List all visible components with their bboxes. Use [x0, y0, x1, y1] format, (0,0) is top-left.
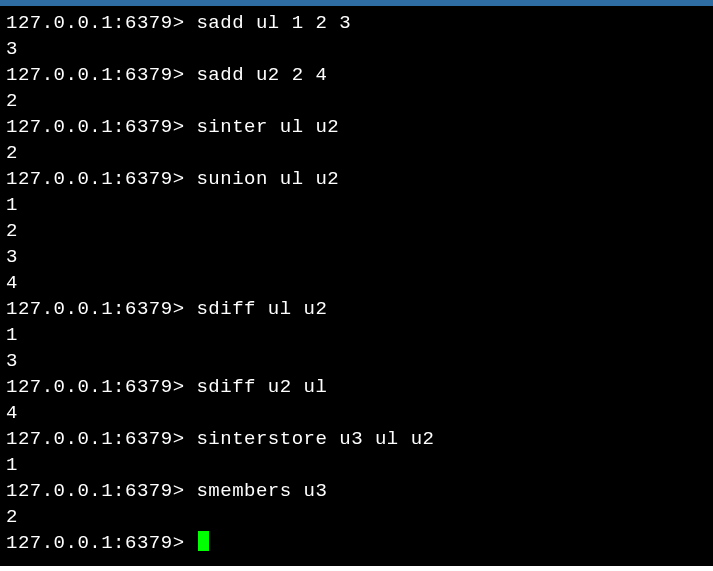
prompt: 127.0.0.1:6379> [6, 12, 185, 34]
output-text: 4 [6, 272, 18, 294]
output-line: 4 [6, 270, 707, 296]
output-line: 2 [6, 140, 707, 166]
output-text: 2 [6, 506, 18, 528]
active-prompt-line[interactable]: 127.0.0.1:6379> [6, 530, 707, 556]
command-text: sinterstore u3 ul u2 [196, 428, 434, 450]
command-text: sadd u2 2 4 [196, 64, 327, 86]
prompt: 127.0.0.1:6379> [6, 168, 185, 190]
output-line: 2 [6, 88, 707, 114]
output-text: 3 [6, 350, 18, 372]
command-text: sinter ul u2 [196, 116, 339, 138]
prompt: 127.0.0.1:6379> [6, 64, 185, 86]
command-line: 127.0.0.1:6379> smembers u3 [6, 478, 707, 504]
prompt: 127.0.0.1:6379> [6, 116, 185, 138]
output-text: 4 [6, 402, 18, 424]
output-text: 3 [6, 246, 18, 268]
output-text: 2 [6, 90, 18, 112]
command-line: 127.0.0.1:6379> sadd ul 1 2 3 [6, 10, 707, 36]
command-line: 127.0.0.1:6379> sadd u2 2 4 [6, 62, 707, 88]
command-text: sadd ul 1 2 3 [196, 12, 351, 34]
prompt: 127.0.0.1:6379> [6, 428, 185, 450]
terminal-output-area: 127.0.0.1:6379> sadd ul 1 2 33127.0.0.1:… [6, 10, 707, 556]
command-line: 127.0.0.1:6379> sunion ul u2 [6, 166, 707, 192]
prompt: 127.0.0.1:6379> [6, 298, 185, 320]
output-line: 2 [6, 218, 707, 244]
command-line: 127.0.0.1:6379> sinter ul u2 [6, 114, 707, 140]
output-line: 2 [6, 504, 707, 530]
terminal-window[interactable]: 127.0.0.1:6379> sadd ul 1 2 33127.0.0.1:… [0, 0, 713, 566]
output-text: 2 [6, 220, 18, 242]
prompt: 127.0.0.1:6379> [6, 376, 185, 398]
output-text: 3 [6, 38, 18, 60]
command-text: sunion ul u2 [196, 168, 339, 190]
output-text: 2 [6, 142, 18, 164]
output-line: 1 [6, 452, 707, 478]
output-line: 1 [6, 192, 707, 218]
output-line: 1 [6, 322, 707, 348]
cursor-icon [198, 531, 209, 551]
command-text: sdiff u2 ul [196, 376, 327, 398]
output-line: 3 [6, 244, 707, 270]
prompt: 127.0.0.1:6379> [6, 532, 185, 554]
command-line: 127.0.0.1:6379> sdiff ul u2 [6, 296, 707, 322]
prompt: 127.0.0.1:6379> [6, 480, 185, 502]
command-text: sdiff ul u2 [196, 298, 327, 320]
output-text: 1 [6, 324, 18, 346]
command-line: 127.0.0.1:6379> sinterstore u3 ul u2 [6, 426, 707, 452]
output-line: 3 [6, 36, 707, 62]
command-line: 127.0.0.1:6379> sdiff u2 ul [6, 374, 707, 400]
output-line: 4 [6, 400, 707, 426]
command-text: smembers u3 [196, 480, 327, 502]
output-line: 3 [6, 348, 707, 374]
output-text: 1 [6, 454, 18, 476]
output-text: 1 [6, 194, 18, 216]
